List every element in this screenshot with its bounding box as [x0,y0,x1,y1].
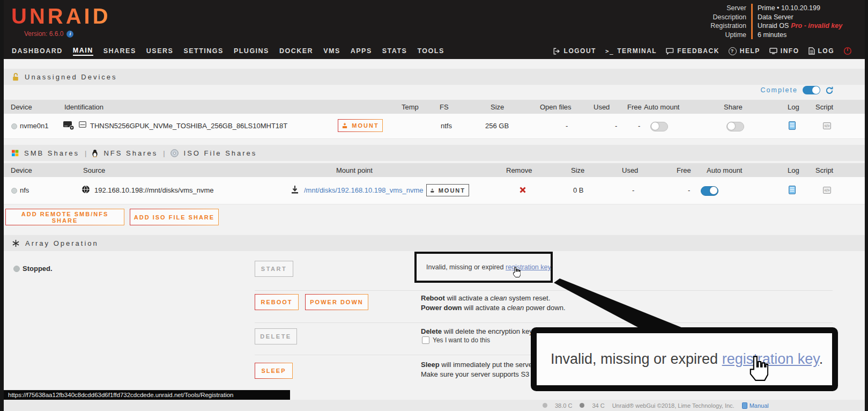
col-size: Size [491,103,504,111]
col-source: Source [83,166,105,174]
mount-share-button[interactable]: MOUNT [426,184,469,196]
tab-users[interactable]: USERS [146,47,174,55]
remove-x-icon[interactable] [520,187,526,193]
share-status-dot [11,188,17,194]
col-device: Device [11,103,32,111]
registration-notice-text: Invalid, missing or expired registration… [426,263,552,271]
add-remote-share-button[interactable]: ADD REMOTE SMB/NFS SHARE [5,209,124,225]
script-icon[interactable]: </> [823,187,831,194]
tab-stats[interactable]: STATS [382,47,407,55]
col-remove: Remove [506,166,532,174]
mount-icon [430,187,435,194]
tab-nfs-shares[interactable]: NFS Shares [103,149,158,157]
mount-point-link[interactable]: /mnt/disks/192.168.10.198_vms_nvme [304,186,424,194]
col-log: Log [788,103,799,111]
sleep-button[interactable]: SLEEP [255,363,293,379]
power-down-button[interactable]: POWER DOWN [305,294,368,310]
terminal-button[interactable]: >_ TERMINAL [605,47,657,55]
col-used: Used [622,166,638,174]
array-status-dot [13,266,20,272]
registration-notice-box: Invalid, missing or expired registration… [414,252,553,283]
help-button[interactable]: ? HELP [729,47,760,55]
tab-docker[interactable]: DOCKER [279,47,313,55]
log-icon[interactable] [789,186,796,194]
tab-smb-shares[interactable]: SMB Shares [24,149,79,157]
col-share: Share [724,103,743,111]
tab-tools[interactable]: TOOLS [417,47,444,55]
mount-device-button[interactable]: MOUNT [338,119,383,132]
col-free: Free [677,166,691,174]
share-source: 192.168.10.198://mnt/disks/vms_nvme [94,186,214,194]
auto-mount-toggle[interactable] [701,186,718,196]
divider [255,290,833,291]
unassigned-device-row: nvme0n1 THNSN5256GPUK_NVMe_TOSHIBA_256GB… [4,114,865,139]
start-button[interactable]: START [255,261,293,277]
col-used: Used [593,103,610,111]
reboot-button[interactable]: REBOOT [255,294,299,310]
tab-dashboard[interactable]: DASHBOARD [12,47,63,55]
footer-temp-1: 38.0 C [555,402,572,409]
tab-plugins[interactable]: PLUGINS [234,47,269,55]
auto-mount-toggle[interactable] [650,122,668,131]
unassigned-table-header: Device Identification Temp FS Size Open … [4,100,865,114]
power-down-description: Power down will activate a clean power d… [421,303,566,313]
delete-confirm-checkbox[interactable] [422,336,429,344]
complete-toggle[interactable] [803,86,820,94]
asterisk-icon [12,239,20,247]
registration-label: Registration [678,21,751,31]
tab-vms[interactable]: VMS [323,47,340,55]
help-icon: ? [729,47,737,55]
main-navbar: DASHBOARD MAIN SHARES USERS SETTINGS PLU… [4,43,865,59]
device-identification[interactable]: THNSN5256GPUK_NVMe_TOSHIBA_256GB_86LS10M… [90,122,287,130]
refresh-icon[interactable] [825,86,834,94]
share-size: 0 B [573,186,584,194]
uptime-label: Uptime [678,31,751,40]
device-fs: ntfs [441,122,452,130]
device-name[interactable]: nvme0n1 [20,122,48,130]
lock-icon[interactable] [12,72,19,82]
server-label: Server [678,4,751,13]
nfs-share-row: nfs 192.168.10.198://mnt/disks/vms_nvme … [4,177,865,204]
version-label: Version: 6.6.0 [24,30,63,38]
log-button[interactable]: LOG [808,47,835,55]
logout-icon [553,48,561,55]
power-icon[interactable] [843,47,852,55]
download-icon[interactable] [291,185,299,194]
tab-settings[interactable]: SETTINGS [183,47,224,55]
device-used: - [615,122,617,130]
device-status-dot [11,123,17,129]
shares-section-header: SMB Shares | NFS Shares | ISO File Share… [4,145,865,161]
registration-key-link-large[interactable]: registration key [722,351,819,367]
delete-confirm-row: Yes I want to do this [422,336,490,344]
add-iso-share-button[interactable]: ADD ISO FILE SHARE [130,209,219,225]
array-status-text: Stopped. [23,265,53,273]
globe-icon [81,185,90,194]
feedback-button[interactable]: FEEDBACK [666,47,719,55]
tab-shares[interactable]: SHARES [103,47,136,55]
logout-button[interactable]: LOGOUT [553,47,596,55]
delete-button[interactable]: DELETE [255,328,297,344]
manual-link[interactable]: Manual [742,402,769,409]
info-icon[interactable]: i [66,31,73,38]
complete-toggle-row: Complete [761,86,834,94]
info-button[interactable]: INFO [769,47,799,55]
complete-label[interactable]: Complete [761,86,798,94]
callout-text: Invalid, missing or expired registration… [551,351,823,368]
share-device-name[interactable]: nfs [20,186,29,194]
hand-cursor-large [747,355,768,381]
delete-description: Delete will delete the encryption keyfil… [421,327,544,336]
divider [255,322,833,323]
hard-drive-add-icon[interactable] [63,120,75,130]
tab-iso-file-shares[interactable]: ISO File Shares [184,149,257,157]
script-icon[interactable]: </> [823,122,831,129]
server-info-row: Description Data Server [678,13,859,22]
log-icon[interactable] [789,121,796,130]
registration-notice-callout: Invalid, missing or expired registration… [531,327,838,391]
share-toggle[interactable] [726,122,744,131]
tab-main[interactable]: MAIN [73,47,93,56]
server-value: Prime • 10.10.20.199 [751,4,859,13]
col-log: Log [788,166,799,174]
mount-icon [342,122,348,129]
delete-confirm-label: Yes I want to do this [433,336,490,344]
tab-apps[interactable]: APPS [351,47,372,55]
